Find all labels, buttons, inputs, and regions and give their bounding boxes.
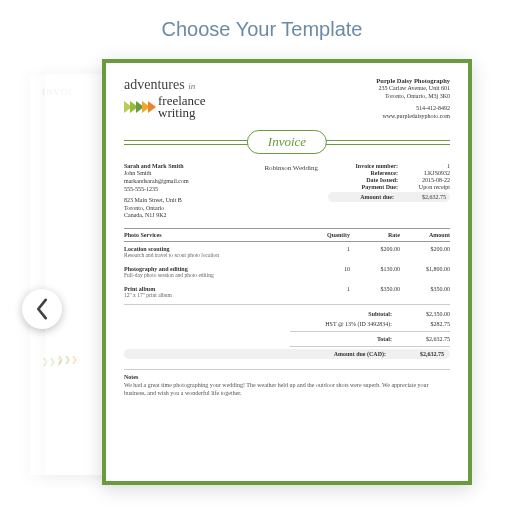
- line-items-header: Photo Services Quantity Rate Amount: [124, 228, 450, 242]
- invoice-badge: Invoice: [247, 130, 327, 154]
- page-title: Choose Your Template: [0, 0, 524, 55]
- invoice-badge-row: Invoice: [124, 127, 450, 157]
- totals-block: Subtotal:$2,350.00 HST @ 13% (ID 3492834…: [124, 309, 450, 359]
- chevrons-icon: freelancewriting: [124, 95, 206, 118]
- notes-block: Notes We had a great time photographing …: [124, 369, 450, 398]
- logo-word-2: in: [188, 81, 195, 91]
- logo-word-1: adventures: [124, 77, 185, 92]
- line-item: Print album12" x 17" print album 1 $350.…: [124, 282, 450, 302]
- invoice-meta: Invoice number:1 Reference:LKJS0932 Date…: [328, 163, 450, 221]
- invoice-template-preview[interactable]: adventures in freelancewriting Purple Da…: [102, 59, 472, 485]
- event-name: Robinson Wedding: [254, 163, 328, 221]
- bill-to-block: Sarah and Mark Smith John Smith markands…: [124, 163, 254, 221]
- line-item: Photography and editingFull-day photo se…: [124, 262, 450, 282]
- company-address: Purple Daisy Photography 235 Carlaw Aven…: [376, 77, 450, 121]
- template-stage: INVOI ❯❯❯ ❯❯❯ adventures in freelancewri…: [0, 55, 524, 495]
- chevron-left-icon: [34, 298, 50, 320]
- line-item: Location scoutingResearch and travel to …: [124, 242, 450, 262]
- previous-template-button[interactable]: [22, 289, 62, 329]
- logo-block: adventures in freelancewriting: [124, 77, 206, 121]
